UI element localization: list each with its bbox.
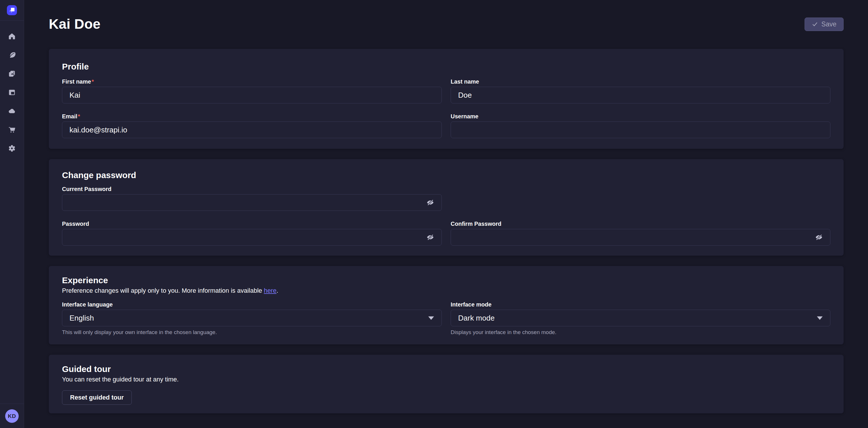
guided-tour-card: Guided tour You can reset the guided tou… [49,355,844,413]
last-name-label: Last name [451,78,830,85]
save-button[interactable]: Save [805,18,844,31]
password-label: Password [62,220,442,227]
interface-language-hint: This will only display your own interfac… [62,329,442,336]
required-mark: * [92,79,94,85]
email-field: Email* [62,113,442,138]
first-name-label: First name [62,79,91,85]
page-header: Kai Doe Save [24,0,868,32]
reset-guided-tour-button[interactable]: Reset guided tour [62,390,132,405]
current-password-field: Current Password [62,186,442,211]
feather-icon [8,51,16,59]
profile-card-title: Profile [62,61,830,72]
email-input[interactable] [62,121,442,138]
interface-mode-hint: Displays your interface in the chosen mo… [451,329,830,336]
interface-language-label: Interface language [62,301,442,308]
toggle-password-visibility-button[interactable] [424,231,437,244]
chevron-down-icon [428,317,434,320]
current-password-input[interactable] [62,194,442,211]
eye-off-icon [426,199,435,206]
strapi-logo[interactable] [7,5,17,15]
check-icon [812,21,818,27]
experience-description: Preference changes will apply only to yo… [62,287,830,295]
first-name-input[interactable] [62,87,442,104]
experience-title: Experience [62,275,830,286]
sidebar-item-settings[interactable] [5,141,19,155]
cart-icon [8,126,16,134]
interface-language-field: Interface language English This will onl… [62,301,442,336]
last-name-input[interactable] [451,87,830,104]
save-button-label: Save [822,20,836,28]
confirm-password-label: Confirm Password [451,220,830,227]
eye-off-icon [815,233,823,241]
page-title: Kai Doe [49,16,100,32]
main-content: Kai Doe Save Profile First name* Last na… [24,0,868,428]
sidebar-item-home[interactable] [5,29,19,43]
cards-column: Profile First name* Last name Email* [24,49,868,413]
sidebar: KD [0,0,24,428]
avatar[interactable]: KD [5,409,19,423]
sidebar-nav [5,21,19,155]
eye-off-icon [426,233,435,241]
guided-tour-title: Guided tour [62,364,830,374]
chevron-down-icon [817,317,823,320]
sidebar-footer: KD [0,404,24,428]
username-label: Username [451,113,830,120]
confirm-password-field: Confirm Password [451,220,830,246]
required-mark: * [78,113,80,119]
sidebar-item-cloud[interactable] [5,104,19,118]
interface-language-select[interactable]: English [62,310,442,326]
experience-card: Experience Preference changes will apply… [49,266,844,344]
interface-language-value: English [69,314,94,322]
guided-tour-description: You can reset the guided tour at any tim… [62,375,830,383]
first-name-field: First name* [62,78,442,104]
logo-container [0,0,24,21]
sidebar-item-content-type-builder[interactable] [5,85,19,99]
media-pictures-icon [8,70,16,78]
sidebar-item-content[interactable] [5,48,19,62]
username-field: Username [451,113,830,138]
toggle-confirm-password-visibility-button[interactable] [813,231,825,244]
interface-mode-label: Interface mode [451,301,830,308]
layout-icon [8,88,16,96]
profile-card: Profile First name* Last name Email* [49,49,844,149]
password-input[interactable] [62,229,442,246]
username-input[interactable] [451,121,830,138]
current-password-label: Current Password [62,186,442,193]
change-password-title: Change password [62,170,830,180]
interface-mode-select[interactable]: Dark mode [451,310,830,326]
gear-icon [8,144,16,152]
confirm-password-input[interactable] [451,229,830,246]
interface-mode-field: Interface mode Dark mode Displays your i… [451,301,830,336]
home-icon [8,32,16,40]
sidebar-item-marketplace[interactable] [5,123,19,137]
toggle-current-password-visibility-button[interactable] [424,196,437,209]
sidebar-item-media-library[interactable] [5,67,19,80]
change-password-card: Change password Current Password [49,159,844,256]
password-field: Password [62,220,442,246]
interface-mode-value: Dark mode [458,314,495,322]
email-label: Email [62,113,77,119]
last-name-field: Last name [451,78,830,104]
cloud-icon [8,107,16,115]
more-information-link[interactable]: here [264,287,276,294]
